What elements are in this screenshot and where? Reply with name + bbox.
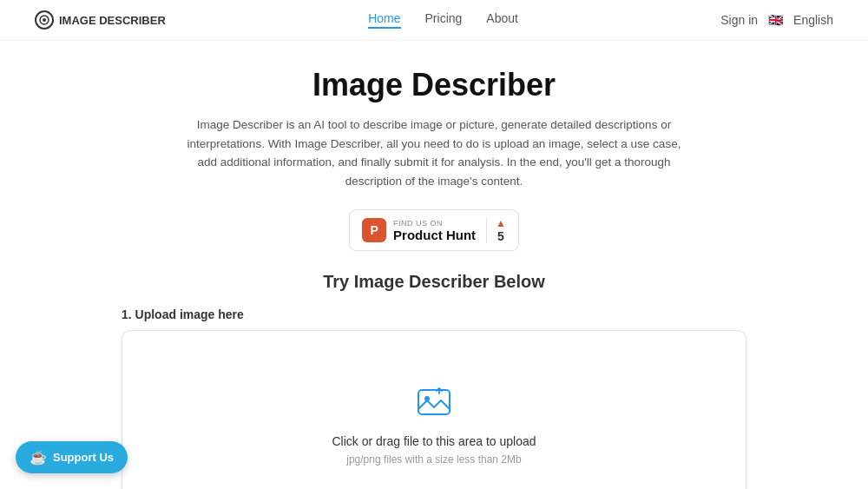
- ph-arrow-icon: ▲: [496, 217, 506, 229]
- hero-description: Image Describer is an AI tool to describ…: [182, 116, 686, 190]
- main-content: Image Describer Image Describer is an AI…: [104, 41, 764, 489]
- ph-count-block: ▲ 5: [486, 217, 506, 243]
- upload-label: 1. Upload image here: [122, 307, 746, 321]
- nav-pricing[interactable]: Pricing: [425, 11, 463, 29]
- product-hunt-icon: P: [362, 218, 386, 242]
- logo-text: IMAGE DESCRIBER: [59, 14, 166, 27]
- nav-links: Home Pricing About: [368, 11, 518, 29]
- product-hunt-wrapper: P FIND US ON Product Hunt ▲ 5: [122, 209, 746, 251]
- hero-title: Image Describer: [122, 67, 746, 103]
- support-label: Support Us: [53, 451, 114, 464]
- flag-icon: 🇬🇧: [768, 13, 783, 27]
- upload-dropzone[interactable]: Click or drag file to this area to uploa…: [122, 330, 746, 489]
- nav-home[interactable]: Home: [368, 11, 400, 29]
- upload-text: Click or drag file to this area to uploa…: [140, 434, 728, 448]
- ph-name: Product Hunt: [393, 228, 476, 242]
- navbar: IMAGE DESCRIBER Home Pricing About Sign …: [0, 0, 868, 41]
- language-label: English: [793, 13, 833, 27]
- logo-icon: [35, 10, 54, 30]
- support-button[interactable]: ☕ Support Us: [16, 441, 128, 473]
- product-hunt-text: FIND US ON Product Hunt: [393, 219, 476, 242]
- svg-rect-2: [418, 390, 450, 414]
- nav-about[interactable]: About: [486, 11, 518, 29]
- upload-icon: [140, 383, 728, 424]
- ph-count: 5: [497, 229, 504, 243]
- svg-point-3: [424, 396, 430, 401]
- coffee-icon: ☕: [30, 449, 47, 466]
- navbar-right: Sign in 🇬🇧 English: [720, 13, 833, 27]
- product-hunt-badge[interactable]: P FIND US ON Product Hunt ▲ 5: [349, 209, 519, 251]
- try-title: Try Image Describer Below: [122, 272, 746, 292]
- logo[interactable]: IMAGE DESCRIBER: [35, 10, 166, 30]
- svg-point-1: [43, 18, 46, 22]
- sign-in-link[interactable]: Sign in: [720, 13, 758, 27]
- upload-hint: jpg/png files with a size less than 2Mb: [140, 453, 728, 466]
- ph-find-us-label: FIND US ON: [393, 219, 476, 228]
